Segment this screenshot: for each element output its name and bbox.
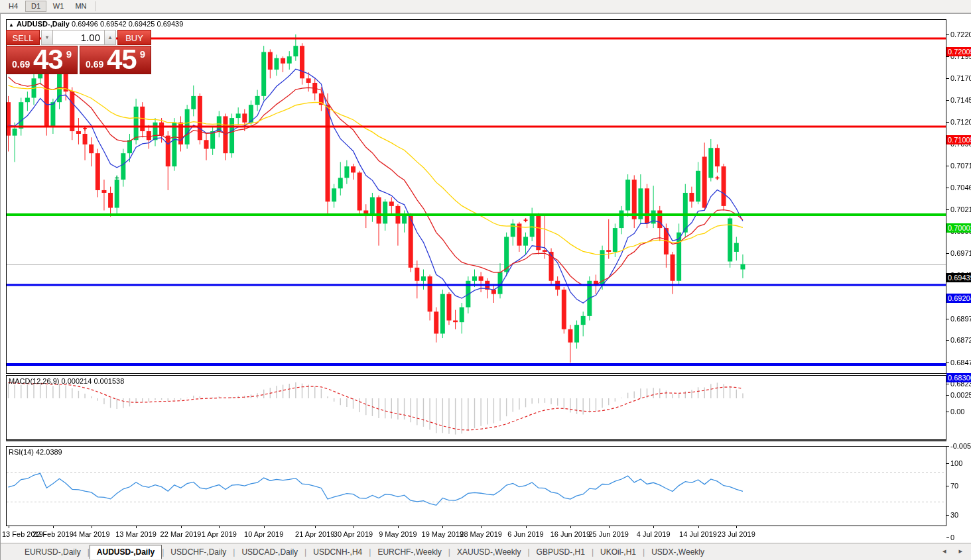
macd-name: MACD(12,26,9) — [9, 377, 59, 385]
price-axis-tick: 0.68475 — [950, 359, 971, 366]
date-tick-mark — [481, 526, 482, 528]
sell-price-big: 43 — [33, 44, 63, 76]
rsi-axis-tick-mark — [946, 486, 949, 486]
date-tick-mark — [570, 526, 571, 528]
macd-axis-tick: -0.005234 — [950, 442, 971, 450]
price-axis-tick: 0.71205 — [950, 118, 971, 126]
date-tick-mark — [526, 526, 527, 528]
price-level-badge: 0.69439 — [946, 273, 971, 282]
chart-tab-eurchf[interactable]: EURCHF-,Weekly — [371, 545, 448, 559]
date-axis-label: 10 Apr 2019 — [244, 530, 283, 538]
date-tick-mark — [181, 526, 182, 528]
date-tick-mark — [609, 526, 610, 528]
timeframe-button-w1[interactable]: W1 — [48, 1, 69, 12]
rsi-axis-tick: 0 — [950, 533, 954, 541]
chart-tab-usdcad[interactable]: USDCAD-,Daily — [235, 545, 304, 559]
tab-scroll-arrows[interactable]: ◂ ▸ — [942, 547, 968, 555]
buy-button[interactable]: BUY — [117, 30, 151, 45]
price-axis-tick: 0.72200 — [950, 30, 971, 38]
macd-value: 0.000214 — [61, 377, 92, 385]
chart-canvas[interactable] — [1, 14, 971, 560]
date-tick-mark — [398, 526, 399, 528]
price-axis-tick-mark — [946, 34, 949, 35]
macd-axis-tick: 0.002522 — [950, 391, 971, 399]
price-axis-tick-mark — [946, 188, 949, 188]
sell-price-pip: 9 — [66, 48, 72, 60]
price-axis-tick: 0.71705 — [950, 74, 971, 82]
price-axis-tick: 0.69715 — [950, 249, 971, 257]
price-axis-tick-mark — [946, 363, 949, 363]
chart-title: ▲AUDUSD-,Daily 0.69496 0.69542 0.69425 0… — [9, 20, 183, 28]
toolbar-separator — [95, 1, 96, 11]
date-axis-label: 19 May 2019 — [422, 530, 464, 538]
timeframe-toolbar: H4D1W1MN — [0, 0, 971, 13]
chart-tab-gbpusd[interactable]: GBPUSD-,H1 — [530, 545, 592, 559]
date-axis-label: 6 Jun 2019 — [507, 530, 543, 538]
chart-tab-eurusd[interactable]: EURUSD-,Daily — [18, 545, 88, 559]
price-level-badge: 0.72005 — [946, 47, 971, 56]
macd-axis-tick-mark — [946, 412, 949, 412]
chart-tab-ukoil[interactable]: UKOil-,H1 — [594, 545, 643, 559]
rsi-axis-tick: 100 — [950, 459, 962, 467]
date-tick-mark — [653, 526, 654, 528]
buy-price-box[interactable]: 0.69 45 9 — [80, 46, 151, 74]
price-axis-tick: 0.71455 — [950, 96, 971, 104]
date-axis-label: 4 Jul 2019 — [637, 530, 671, 538]
sell-button[interactable]: SELL — [6, 30, 40, 45]
macd-axis-tick-mark — [946, 446, 949, 447]
macd-label: MACD(12,26,9) 0.000214 0.001538 — [9, 377, 124, 385]
chart-tab-bar: EURUSD-,Daily|AUDUSD-,Daily|USDCHF-,Dail… — [1, 543, 971, 560]
price-level-badge: 0.71005 — [946, 135, 971, 144]
sell-price-box[interactable]: 0.69 43 9 — [6, 46, 78, 74]
price-axis-tick: 0.70710 — [950, 162, 971, 170]
date-tick-mark — [219, 526, 220, 528]
date-tick-mark — [315, 526, 316, 528]
date-axis-label: 16 Jun 2019 — [550, 530, 591, 538]
date-axis-label: 30 Apr 2019 — [334, 530, 373, 538]
date-tick-mark — [442, 526, 443, 528]
price-level-badge: 0.70002 — [946, 223, 971, 233]
price-axis-tick: 0.70460 — [950, 184, 971, 192]
price-axis-tick-mark — [946, 100, 949, 101]
price-axis-tick: 0.68970 — [950, 315, 971, 323]
chart-tab-audusd[interactable]: AUDUSD-,Daily — [90, 545, 162, 559]
chart-tab-usdx[interactable]: USDX-,Weekly — [645, 545, 711, 559]
date-tick-mark — [264, 526, 265, 528]
volume-input[interactable] — [53, 30, 104, 45]
date-axis-label: 28 May 2019 — [460, 530, 502, 538]
volume-increase-button[interactable]: ▲ — [104, 30, 116, 45]
panel-splitter[interactable] — [6, 440, 946, 441]
date-tick-mark — [53, 526, 54, 528]
date-axis-label: 22 Mar 2019 — [161, 530, 202, 538]
date-axis-label: 4 Mar 2019 — [73, 530, 110, 538]
macd-axis-tick: 0.00 — [950, 408, 964, 416]
timeframe-button-mn[interactable]: MN — [70, 1, 92, 12]
volume-decrease-button[interactable]: ▼ — [41, 30, 53, 45]
sell-price-prefix: 0.69 — [12, 59, 30, 70]
date-tick-mark — [9, 526, 9, 528]
trading-terminal: H4D1W1MN ▲AUDUSD-,Daily 0.69496 0.69542 … — [0, 0, 971, 560]
chart-tab-usdchf[interactable]: USDCHF-,Daily — [164, 545, 233, 559]
chart-tab-usdcnh[interactable]: USDCNH-,H4 — [306, 545, 369, 559]
price-axis-tick: 0.68725 — [950, 336, 971, 344]
price-axis-tick-mark — [946, 209, 949, 210]
macd-signal-value: 0.001538 — [94, 377, 124, 385]
buy-price-prefix: 0.69 — [86, 59, 103, 70]
date-tick-mark — [698, 526, 699, 528]
date-tick-mark — [354, 526, 354, 528]
buy-price-big: 45 — [107, 44, 137, 76]
price-level-badge: 0.68300 — [946, 373, 971, 382]
one-click-trading-panel: SELL ▼ ▲ BUY 0.69 43 9 0.69 45 9 — [6, 30, 151, 74]
date-tick-mark — [736, 526, 737, 528]
price-axis-tick-mark — [946, 319, 949, 319]
timeframe-button-h4[interactable]: H4 — [3, 1, 24, 12]
chart-tab-xauusd[interactable]: XAUUSD-,Weekly — [450, 545, 527, 559]
timeframe-button-d1[interactable]: D1 — [25, 1, 46, 12]
date-axis-label: 9 May 2019 — [379, 530, 417, 538]
date-tick-mark — [92, 526, 92, 528]
date-axis-label: 21 Apr 2019 — [295, 530, 334, 538]
price-axis-tick-mark — [946, 253, 949, 254]
price-axis-tick: 0.70215 — [950, 205, 971, 213]
chart-symbol-label: AUDUSD-,Daily — [17, 20, 70, 28]
price-axis-tick-mark — [946, 122, 949, 123]
